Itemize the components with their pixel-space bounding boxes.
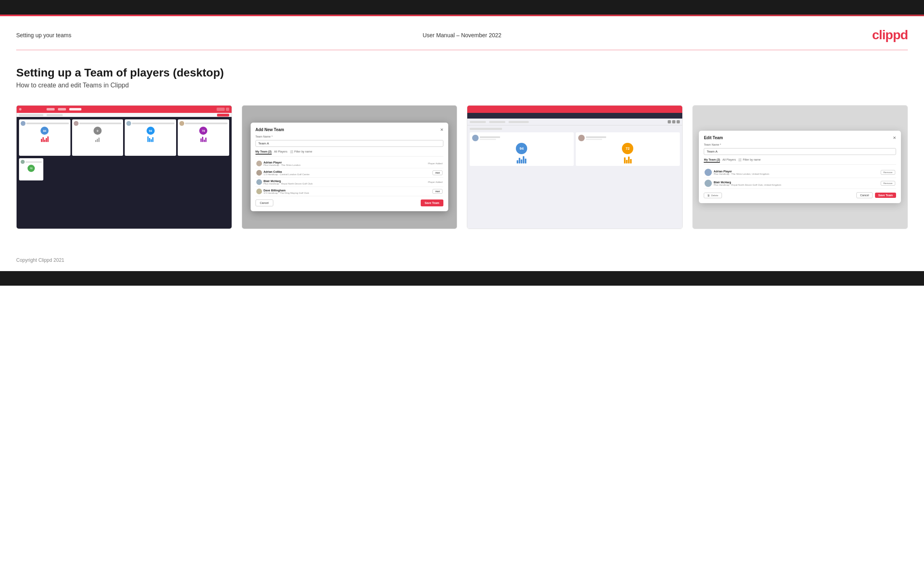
edit-delete-button[interactable]: 🗑 Delete [704, 193, 722, 198]
header-section-label: Setting up your teams [16, 32, 71, 38]
b1 [41, 139, 42, 142]
modal-player-left-3: Blair McHarg Plus Handicap · Royal North… [256, 179, 313, 185]
edit-player-left-1: Adrian Player Plus Handicap · The Shire … [705, 169, 769, 176]
ss3-pc2-name [586, 136, 606, 138]
ss1-p1-header [21, 121, 69, 126]
bc2 [149, 138, 150, 142]
ss1-p3-bars [126, 136, 175, 142]
edit-player-row-1: Adrian Player Plus Handicap · The Shire … [704, 167, 896, 178]
header-divider [16, 50, 908, 50]
edit-cancel-button[interactable]: Cancel [856, 192, 873, 198]
ss1-p1-avatar [21, 121, 26, 126]
copyright-text: Copyright Clippd 2021 [16, 257, 64, 263]
modal-footer: Cancel Save Team [255, 199, 443, 206]
edit-remove-btn-2[interactable]: Remove [881, 181, 895, 186]
tab-my-team[interactable]: My Team (2) [255, 150, 272, 155]
bd1 [200, 138, 202, 142]
sc2 [626, 160, 628, 163]
modal-save-team-button[interactable]: Save Team [421, 199, 443, 206]
edit-player-detail-1: Plus Handicap · The Shire London, United… [713, 173, 769, 175]
ss1-p1-bars [21, 136, 69, 142]
bb1 [95, 140, 96, 142]
ss1-bottom-player: 72 [17, 158, 232, 180]
ss1-logo [25, 107, 41, 111]
modal-player-info-3: Blair McHarg Plus Handicap · Royal North… [264, 180, 313, 185]
ss1-controls [217, 108, 229, 111]
edit-tab-my-team[interactable]: My Team (2) [704, 158, 720, 163]
ss3-subnav [467, 119, 682, 125]
ss1-p3: 94 [125, 119, 176, 156]
ss1-p4-name [185, 123, 228, 124]
card-3-text: 3) This Team will then be created. You c… [467, 229, 682, 229]
screenshot-4: Edit Team ✕ Team Name * My Team (2) All … [693, 106, 908, 229]
sc1 [624, 157, 626, 163]
modal-close-icon[interactable]: ✕ [440, 127, 443, 132]
ss3-pc1-name [480, 136, 500, 138]
modal-tabs: My Team (2) All Players ⬜ Filter by name [255, 150, 443, 157]
modal-team-label: Team Name * [255, 135, 443, 138]
ss3-subnav-2 [489, 121, 505, 123]
edit-tab-all-players[interactable]: All Players [722, 158, 736, 163]
edit-tab-filter[interactable]: ⬜ Filter by name [738, 158, 760, 163]
ss1-p3-avatar [126, 121, 131, 126]
ss1-player-grid: 84 [17, 117, 232, 158]
modal-add-player-btn-4[interactable]: Add [432, 189, 443, 194]
ss3-ctrl-2 [672, 120, 675, 123]
tab-filter-by-name[interactable]: ⬜ Filter by name [290, 150, 312, 155]
modal-cancel-button[interactable]: Cancel [255, 199, 273, 206]
ss1-p3-name [132, 123, 175, 124]
screenshot-3: 94 [467, 106, 682, 229]
ss1-filter-2 [47, 114, 63, 116]
header: Setting up your teams User Manual – Nove… [0, 16, 924, 50]
ss1-p3-header [126, 121, 175, 126]
modal-player-avatar-3 [256, 179, 262, 185]
top-bar [0, 0, 924, 15]
edit-remove-btn-1[interactable]: Remove [881, 170, 895, 175]
edit-player-detail-2: Plus Handicap · Royal North Devon Golf C… [713, 184, 781, 186]
bb3 [98, 138, 100, 142]
modal-player-info-4: Dave Billingham 3.5 Handicap · The Ding … [264, 189, 309, 194]
sb3 [521, 159, 522, 163]
ss3-cards: 94 [470, 132, 680, 166]
edit-modal-title: Edit Team [704, 136, 723, 140]
card-2: Add New Team ✕ Team Name * My Team (2) A… [242, 105, 458, 229]
modal-add-player-btn[interactable]: Add [432, 170, 443, 175]
modal-player-name: Adrian Player [264, 161, 300, 164]
modal-team-name-input[interactable] [255, 140, 443, 147]
modal-player-left-4: Dave Billingham 3.5 Handicap · The Ding … [256, 189, 309, 194]
tab-all-players[interactable]: All Players [274, 150, 287, 155]
modal-player-avatar-4 [256, 189, 262, 194]
bottom-bar [0, 271, 924, 286]
trash-icon: 🗑 [707, 194, 710, 197]
edit-player-avatar-1 [705, 169, 712, 176]
ss1-p3-score: 94 [147, 127, 155, 135]
ss1-p5: 72 [19, 158, 43, 180]
edit-modal-close-icon[interactable]: ✕ [893, 136, 896, 140]
ss3-pc2: 72 [576, 132, 680, 166]
modal-player-club-2: 1.5 Handicap · Central London Golf Centr… [264, 173, 310, 176]
ss1-p2-avatar [74, 121, 79, 126]
edit-team-name-input[interactable] [704, 148, 896, 155]
ss3-pc2-score: 72 [622, 143, 633, 154]
bd4 [205, 138, 207, 142]
ss1-p1-score: 84 [40, 127, 49, 135]
modal-player-left: Adrian Player Plus Handicap · The Shire … [256, 161, 300, 166]
modal-player-club-3: Plus Handicap · Royal North Devon Golf C… [264, 182, 313, 185]
ss1-subbar [17, 113, 232, 117]
card-3: 94 [467, 105, 683, 229]
card-4-text: 4) When editing your Team, you can chang… [693, 229, 908, 229]
modal-player-avatar-2 [256, 170, 262, 176]
edit-player-left-2: Blair McHarg Plus Handicap · Royal North… [705, 180, 781, 187]
ss3-subnav-1 [470, 121, 486, 123]
sc3 [628, 157, 630, 163]
b2 [43, 137, 44, 142]
ss3-pc1-info [480, 136, 500, 140]
ss1-p4-bars [179, 136, 228, 142]
modal-player-list: Adrian Player Plus Handicap · The Shire … [255, 159, 443, 196]
ss1-nav-2 [58, 108, 66, 110]
edit-save-team-button[interactable]: Save Team [875, 193, 896, 198]
edit-player-info-1: Adrian Player Plus Handicap · The Shire … [713, 170, 769, 175]
ss1-add-btn [217, 114, 229, 117]
ss1-nav-1 [47, 108, 55, 110]
modal-player-row-3: Blair McHarg Plus Handicap · Royal North… [255, 178, 443, 187]
